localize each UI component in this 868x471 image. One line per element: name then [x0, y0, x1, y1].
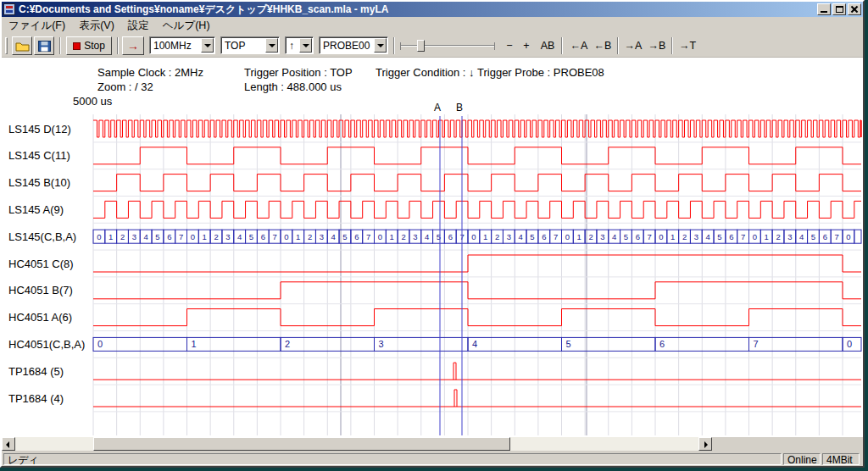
zoom-in-button[interactable]: +: [519, 37, 534, 54]
bus-value: 3: [413, 232, 417, 241]
sample-clock-label: Sample Clock : 2MHz: [97, 66, 203, 79]
open-button[interactable]: [12, 36, 32, 55]
chevron-down-icon[interactable]: [374, 38, 387, 53]
bus-value: 5: [566, 339, 571, 349]
bus-value: 7: [741, 232, 745, 241]
bus-value: 2: [495, 232, 499, 241]
bus-value: 6: [261, 232, 265, 241]
bus-value: 4: [237, 232, 242, 241]
bus-value: 5: [717, 232, 721, 241]
waveform-display[interactable]: LS145 D(12)LS145 C(11)LS145 B(10)LS145 A…: [2, 98, 863, 437]
maximize-button[interactable]: [832, 3, 846, 15]
channel-label: HC4051 A(6): [8, 311, 72, 324]
menu-item-settings[interactable]: 設定: [121, 17, 156, 34]
clock-value: 100MHz: [153, 40, 192, 52]
bus-value: 2: [682, 232, 687, 241]
bus-value: 3: [132, 232, 136, 241]
bus-value: 4: [472, 339, 477, 349]
save-floppy-icon: [38, 41, 51, 52]
bus-value: 3: [787, 232, 792, 241]
bus-value: 2: [401, 232, 405, 241]
minimize-button[interactable]: [817, 3, 831, 15]
run-button[interactable]: →: [122, 36, 144, 55]
status-message: レディ: [3, 453, 782, 465]
stop-label: Stop: [84, 40, 105, 52]
close-icon: [850, 5, 859, 14]
bus-value: 0: [284, 232, 288, 241]
bus-value: 2: [285, 339, 290, 349]
goto-trigger-button[interactable]: →T: [676, 37, 698, 54]
bus-value: 1: [577, 232, 581, 241]
toolbar-separator: [561, 37, 563, 54]
scroll-thumb[interactable]: [93, 437, 510, 451]
ab-cursors-button[interactable]: AB: [537, 37, 558, 54]
clock-combobox[interactable]: 100MHz: [149, 36, 215, 54]
bus-value: 2: [588, 232, 593, 241]
trigger-pos-value: TOP: [225, 40, 245, 52]
probe-combobox[interactable]: PROBE00: [319, 36, 388, 54]
channel-label: LS145(C,B,A): [8, 230, 76, 243]
client-area: Sample Clock : 2MHz Trigger Position : T…: [2, 58, 863, 437]
zoom-out-button[interactable]: −: [502, 37, 517, 54]
bus-value: 5: [624, 232, 628, 241]
bus-value: 3: [694, 232, 698, 241]
bus-value: 6: [542, 232, 546, 241]
bus-value: 4: [706, 232, 710, 241]
titlebar[interactable]: C:¥Documents and Settings¥noname¥デスクトップ¥…: [2, 2, 863, 17]
bus-value: 5: [342, 232, 347, 241]
close-button[interactable]: [848, 3, 861, 15]
scroll-right-button[interactable]: [698, 437, 712, 451]
stop-icon: [73, 42, 81, 50]
channel-label: LS145 D(12): [8, 123, 71, 136]
trigger-pos-combobox[interactable]: TOP: [220, 36, 280, 54]
bus-value: 7: [647, 232, 651, 241]
status-memory: 4MBit: [822, 453, 860, 465]
goto-a-right-button[interactable]: →A: [622, 37, 644, 54]
bus-value: 7: [179, 232, 183, 241]
bus-value: 7: [554, 232, 558, 241]
chevron-down-icon[interactable]: [299, 38, 312, 53]
trigger-condition-label: Trigger Condition : ↓: [376, 66, 475, 79]
channel-label: LS145 C(11): [8, 149, 70, 162]
bus-value: 4: [612, 232, 616, 241]
menu-item-file[interactable]: ファイル(F): [2, 17, 72, 34]
stop-button[interactable]: Stop: [66, 36, 112, 55]
goto-b-right-button[interactable]: →B: [646, 37, 668, 54]
run-arrow-icon: →: [127, 39, 139, 53]
zoom-slider[interactable]: [400, 39, 495, 53]
bus-value: 7: [272, 232, 276, 241]
chevron-down-icon[interactable]: [201, 38, 214, 53]
bus-value: 1: [765, 232, 769, 241]
channel-label: HC4051 C(8): [8, 258, 74, 270]
slider-thumb[interactable]: [417, 40, 425, 52]
channel-label: HC4051(C,B,A): [8, 338, 85, 351]
cursor-label: B: [456, 102, 463, 114]
bus-value: 4: [799, 232, 804, 241]
bus-value: 3: [320, 232, 324, 241]
bus-value: 5: [811, 232, 815, 241]
edge-combobox[interactable]: ↑: [285, 36, 314, 54]
bus-value: 7: [834, 232, 838, 241]
menu-item-view[interactable]: 表示(V): [72, 17, 121, 34]
waveform: [93, 255, 861, 272]
bus-value: 6: [729, 232, 733, 241]
horizontal-scrollbar[interactable]: [2, 437, 712, 451]
goto-a-left-button[interactable]: ←A: [568, 37, 590, 54]
toolbar: Stop → 100MHz TOP ↑ PROBE00 − + AB: [2, 34, 863, 58]
trigger-probe-label: Trigger Probe : PROBE08: [477, 66, 604, 79]
bus-value: 2: [214, 232, 218, 241]
toolbar-grip[interactable]: [5, 37, 8, 54]
bus-value: 5: [249, 232, 253, 241]
probe-value: PROBE00: [323, 40, 370, 52]
slider-track[interactable]: [400, 45, 495, 47]
menu-item-help[interactable]: ヘルプ(H): [156, 17, 217, 34]
status-online: Online: [783, 453, 821, 465]
waveform: [93, 282, 861, 299]
chevron-down-icon[interactable]: [265, 38, 278, 53]
toolbar-separator: [59, 37, 61, 54]
scroll-left-button[interactable]: [2, 437, 15, 451]
toolbar-separator: [117, 37, 119, 54]
goto-b-left-button[interactable]: ←B: [592, 37, 614, 54]
save-button[interactable]: [34, 36, 54, 55]
bus-value: 0: [471, 232, 476, 241]
